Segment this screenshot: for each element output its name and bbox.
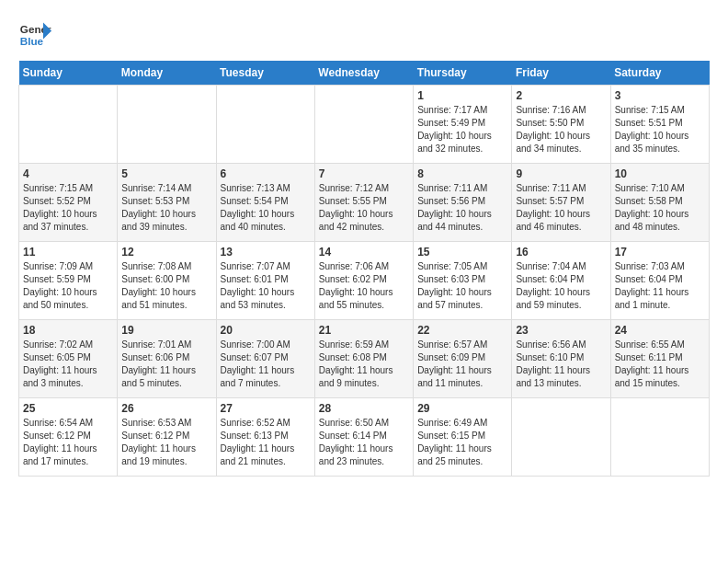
day-number: 18 xyxy=(23,324,113,337)
header-friday: Friday xyxy=(512,61,610,86)
calendar-cell: 9Sunrise: 7:11 AM Sunset: 5:57 PM Daylig… xyxy=(512,164,610,242)
day-number: 1 xyxy=(417,89,507,102)
day-number: 9 xyxy=(516,167,606,180)
day-info: Sunrise: 7:11 AM Sunset: 5:56 PM Dayligh… xyxy=(417,182,507,234)
day-number: 27 xyxy=(221,402,311,415)
calendar-cell xyxy=(216,86,314,164)
calendar-cell: 7Sunrise: 7:12 AM Sunset: 5:55 PM Daylig… xyxy=(314,164,413,242)
day-info: Sunrise: 6:52 AM Sunset: 6:13 PM Dayligh… xyxy=(221,417,311,468)
calendar-cell xyxy=(610,398,709,477)
header-wednesday: Wednesday xyxy=(314,61,413,86)
calendar-week-row: 4Sunrise: 7:15 AM Sunset: 5:52 PM Daylig… xyxy=(19,164,710,242)
calendar-cell: 12Sunrise: 7:08 AM Sunset: 6:00 PM Dayli… xyxy=(118,242,216,320)
day-number: 23 xyxy=(516,324,606,337)
calendar-cell xyxy=(512,398,610,477)
day-info: Sunrise: 7:01 AM Sunset: 6:06 PM Dayligh… xyxy=(121,339,211,390)
day-info: Sunrise: 7:15 AM Sunset: 5:52 PM Dayligh… xyxy=(23,182,113,234)
calendar-table: Sunday Monday Tuesday Wednesday Thursday… xyxy=(18,61,710,477)
calendar-cell: 17Sunrise: 7:03 AM Sunset: 6:04 PM Dayli… xyxy=(610,242,709,320)
day-number: 4 xyxy=(23,167,113,180)
calendar-cell: 18Sunrise: 7:02 AM Sunset: 6:05 PM Dayli… xyxy=(19,320,118,398)
day-info: Sunrise: 6:56 AM Sunset: 6:10 PM Dayligh… xyxy=(516,339,606,390)
day-number: 13 xyxy=(221,246,311,259)
day-info: Sunrise: 7:05 AM Sunset: 6:03 PM Dayligh… xyxy=(417,260,507,312)
day-number: 26 xyxy=(121,402,211,415)
day-info: Sunrise: 6:55 AM Sunset: 6:11 PM Dayligh… xyxy=(615,339,705,390)
day-info: Sunrise: 7:04 AM Sunset: 6:04 PM Dayligh… xyxy=(516,260,606,312)
calendar-cell: 20Sunrise: 7:00 AM Sunset: 6:07 PM Dayli… xyxy=(216,320,314,398)
day-info: Sunrise: 7:03 AM Sunset: 6:04 PM Dayligh… xyxy=(615,260,705,312)
calendar-week-row: 1Sunrise: 7:17 AM Sunset: 5:49 PM Daylig… xyxy=(19,86,710,164)
calendar-cell: 5Sunrise: 7:14 AM Sunset: 5:53 PM Daylig… xyxy=(118,164,216,242)
day-number: 10 xyxy=(615,167,705,180)
day-info: Sunrise: 7:16 AM Sunset: 5:50 PM Dayligh… xyxy=(516,104,606,155)
day-number: 14 xyxy=(319,246,409,259)
day-info: Sunrise: 7:13 AM Sunset: 5:54 PM Dayligh… xyxy=(221,182,311,234)
calendar-week-row: 25Sunrise: 6:54 AM Sunset: 6:12 PM Dayli… xyxy=(19,398,710,477)
header-thursday: Thursday xyxy=(414,61,512,86)
calendar-cell: 21Sunrise: 6:59 AM Sunset: 6:08 PM Dayli… xyxy=(314,320,413,398)
header-tuesday: Tuesday xyxy=(216,61,314,86)
header-sunday: Sunday xyxy=(19,61,118,86)
day-number: 28 xyxy=(319,402,409,415)
day-number: 3 xyxy=(615,89,705,102)
header-monday: Monday xyxy=(118,61,216,86)
day-info: Sunrise: 6:59 AM Sunset: 6:08 PM Dayligh… xyxy=(319,339,409,390)
calendar-cell: 6Sunrise: 7:13 AM Sunset: 5:54 PM Daylig… xyxy=(216,164,314,242)
calendar-cell: 11Sunrise: 7:09 AM Sunset: 5:59 PM Dayli… xyxy=(19,242,118,320)
day-number: 8 xyxy=(417,167,507,180)
calendar-cell xyxy=(314,86,413,164)
day-number: 5 xyxy=(121,167,211,180)
day-number: 17 xyxy=(615,246,705,259)
day-info: Sunrise: 6:50 AM Sunset: 6:14 PM Dayligh… xyxy=(319,417,409,468)
day-info: Sunrise: 7:09 AM Sunset: 5:59 PM Dayligh… xyxy=(23,260,113,312)
svg-text:Blue: Blue xyxy=(20,35,44,47)
calendar-cell: 10Sunrise: 7:10 AM Sunset: 5:58 PM Dayli… xyxy=(610,164,709,242)
day-info: Sunrise: 7:12 AM Sunset: 5:55 PM Dayligh… xyxy=(319,182,409,234)
calendar-cell: 26Sunrise: 6:53 AM Sunset: 6:12 PM Dayli… xyxy=(118,398,216,477)
calendar-cell: 28Sunrise: 6:50 AM Sunset: 6:14 PM Dayli… xyxy=(314,398,413,477)
calendar-cell: 3Sunrise: 7:15 AM Sunset: 5:51 PM Daylig… xyxy=(610,86,709,164)
day-info: Sunrise: 7:10 AM Sunset: 5:58 PM Dayligh… xyxy=(615,182,705,234)
calendar-cell: 1Sunrise: 7:17 AM Sunset: 5:49 PM Daylig… xyxy=(414,86,512,164)
day-info: Sunrise: 7:15 AM Sunset: 5:51 PM Dayligh… xyxy=(615,104,705,155)
calendar-cell: 22Sunrise: 6:57 AM Sunset: 6:09 PM Dayli… xyxy=(414,320,512,398)
calendar-cell: 23Sunrise: 6:56 AM Sunset: 6:10 PM Dayli… xyxy=(512,320,610,398)
day-info: Sunrise: 6:53 AM Sunset: 6:12 PM Dayligh… xyxy=(121,417,211,468)
day-info: Sunrise: 7:07 AM Sunset: 6:01 PM Dayligh… xyxy=(221,260,311,312)
calendar-cell: 27Sunrise: 6:52 AM Sunset: 6:13 PM Dayli… xyxy=(216,398,314,477)
calendar-week-row: 11Sunrise: 7:09 AM Sunset: 5:59 PM Dayli… xyxy=(19,242,710,320)
calendar-cell: 15Sunrise: 7:05 AM Sunset: 6:03 PM Dayli… xyxy=(414,242,512,320)
day-number: 25 xyxy=(23,402,113,415)
day-info: Sunrise: 7:00 AM Sunset: 6:07 PM Dayligh… xyxy=(221,339,311,390)
day-info: Sunrise: 6:49 AM Sunset: 6:15 PM Dayligh… xyxy=(417,417,507,468)
logo-icon: General Blue xyxy=(18,18,51,52)
day-number: 11 xyxy=(23,246,113,259)
day-info: Sunrise: 7:02 AM Sunset: 6:05 PM Dayligh… xyxy=(23,339,113,390)
day-number: 12 xyxy=(121,246,211,259)
day-info: Sunrise: 7:17 AM Sunset: 5:49 PM Dayligh… xyxy=(417,104,507,155)
calendar-cell: 14Sunrise: 7:06 AM Sunset: 6:02 PM Dayli… xyxy=(314,242,413,320)
day-info: Sunrise: 7:14 AM Sunset: 5:53 PM Dayligh… xyxy=(121,182,211,234)
calendar-cell: 2Sunrise: 7:16 AM Sunset: 5:50 PM Daylig… xyxy=(512,86,610,164)
calendar-cell xyxy=(19,86,118,164)
calendar-header-row: Sunday Monday Tuesday Wednesday Thursday… xyxy=(19,61,710,86)
day-number: 21 xyxy=(319,324,409,337)
calendar-cell xyxy=(118,86,216,164)
calendar-cell: 24Sunrise: 6:55 AM Sunset: 6:11 PM Dayli… xyxy=(610,320,709,398)
calendar-cell: 25Sunrise: 6:54 AM Sunset: 6:12 PM Dayli… xyxy=(19,398,118,477)
day-number: 29 xyxy=(417,402,507,415)
day-number: 19 xyxy=(121,324,211,337)
header-saturday: Saturday xyxy=(610,61,709,86)
calendar-cell: 19Sunrise: 7:01 AM Sunset: 6:06 PM Dayli… xyxy=(118,320,216,398)
calendar-cell: 8Sunrise: 7:11 AM Sunset: 5:56 PM Daylig… xyxy=(414,164,512,242)
day-info: Sunrise: 7:11 AM Sunset: 5:57 PM Dayligh… xyxy=(516,182,606,234)
logo: General Blue xyxy=(18,18,51,52)
calendar-cell: 29Sunrise: 6:49 AM Sunset: 6:15 PM Dayli… xyxy=(414,398,512,477)
calendar-cell: 16Sunrise: 7:04 AM Sunset: 6:04 PM Dayli… xyxy=(512,242,610,320)
day-number: 6 xyxy=(221,167,311,180)
day-number: 7 xyxy=(319,167,409,180)
calendar-week-row: 18Sunrise: 7:02 AM Sunset: 6:05 PM Dayli… xyxy=(19,320,710,398)
page-header: General Blue xyxy=(18,18,710,52)
day-number: 22 xyxy=(417,324,507,337)
